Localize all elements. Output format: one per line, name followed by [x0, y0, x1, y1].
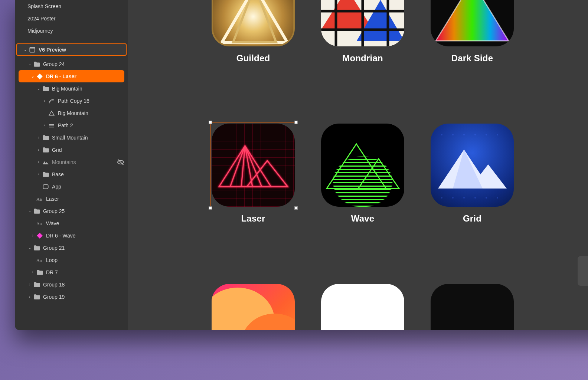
lines-icon	[48, 122, 55, 129]
sidebar-item-big-mountain[interactable]: › Big Mountain	[15, 107, 128, 119]
sidebar-item-small-mountain[interactable]: › Small Mountain	[15, 131, 128, 144]
svg-marker-5	[233, 0, 276, 42]
chevron-down-icon: ⌄	[23, 48, 27, 52]
diamond-icon	[36, 232, 43, 239]
sidebar-item-path-2[interactable]: › Path 2	[15, 119, 128, 131]
tile-caption: Dark Side	[431, 53, 514, 63]
selection-handle-se[interactable]	[294, 206, 298, 210]
sidebar-item-dr6-wave[interactable]: › DR 6 - Wave	[15, 229, 128, 242]
sidebar-item-path-copy-16[interactable]: › Path Copy 16	[15, 95, 128, 107]
chevron-right-icon: ›	[42, 99, 47, 103]
sidebar-item-group-24[interactable]: ⌄ Group 24	[15, 58, 128, 70]
artboard-dark-side[interactable]	[431, 0, 514, 46]
tile-white[interactable]	[321, 284, 404, 330]
edge-panel-button[interactable]	[578, 256, 588, 286]
sidebar-item-app[interactable]: › App	[15, 180, 128, 193]
tile-dark-side[interactable]: Dark Side	[431, 0, 514, 63]
svg-point-37	[486, 134, 487, 135]
sidebar-item-2024-poster[interactable]: 2024 Poster	[15, 12, 128, 24]
sidebar-item-mountains[interactable]: › Mountains	[15, 156, 128, 168]
app-window: Splash Screen 2024 Poster Midjourney ⌄ V…	[15, 0, 588, 330]
canvas[interactable]: Guilded Mondrian	[128, 0, 588, 330]
sidebar-item-group-25[interactable]: ⌄ Group 25	[15, 205, 128, 217]
svg-point-38	[497, 134, 498, 135]
sidebar-item-group-18[interactable]: › Group 18	[15, 278, 128, 291]
tile-wave[interactable]: Wave	[321, 124, 404, 224]
artboard-white[interactable]	[321, 284, 404, 330]
tile-black[interactable]	[431, 284, 514, 330]
chevron-right-icon: ›	[36, 135, 41, 140]
tile-caption: Laser	[212, 213, 295, 224]
sidebar-item-label: Mountains	[52, 159, 117, 165]
folder-icon	[33, 281, 40, 288]
chevron-down-icon: ⌄	[27, 209, 32, 213]
sidebar-item-label: Wave	[46, 220, 124, 226]
sidebar-item-label: DR 7	[46, 269, 124, 275]
tile-loop[interactable]	[212, 284, 295, 330]
sidebar-item-label: Group 18	[43, 282, 124, 288]
sidebar-item-laser-text[interactable]: › Laser	[15, 193, 128, 205]
selection-handle-ne[interactable]	[294, 121, 298, 124]
path-icon	[48, 98, 55, 104]
svg-point-41	[463, 197, 465, 199]
tile-caption: Wave	[321, 213, 404, 224]
chevron-down-icon: ⌄	[27, 246, 32, 250]
sidebar-item-label: Group 21	[43, 245, 124, 251]
artboard-mondrian[interactable]	[321, 0, 404, 46]
svg-marker-14	[436, 0, 509, 41]
svg-point-34	[452, 134, 454, 135]
sidebar-item-dr6-laser[interactable]: ⌄ DR 6 - Laser	[19, 70, 124, 82]
chevron-down-icon: ⌄	[27, 62, 32, 66]
sidebar-item-midjourney[interactable]: Midjourney	[15, 24, 128, 37]
tile-mondrian[interactable]: Mondrian	[321, 0, 404, 63]
sidebar-item-label: 2024 Poster	[27, 16, 124, 22]
diamond-icon	[36, 73, 43, 80]
folder-icon	[42, 85, 49, 92]
layers-sidebar[interactable]: Splash Screen 2024 Poster Midjourney ⌄ V…	[15, 0, 128, 330]
svg-point-33	[441, 134, 442, 135]
sidebar-item-wave-text[interactable]: › Wave	[15, 217, 128, 229]
chevron-right-icon: ›	[42, 123, 47, 127]
folder-icon	[33, 208, 40, 214]
sidebar-item-group-19[interactable]: › Group 19	[15, 291, 128, 303]
svg-marker-4	[222, 0, 287, 42]
chevron-right-icon: ›	[27, 282, 32, 286]
sidebar-item-label: Big Mountain	[52, 86, 124, 92]
svg-point-39	[441, 197, 442, 199]
folder-icon	[36, 269, 43, 276]
svg-point-36	[474, 134, 476, 135]
sidebar-item-group-21[interactable]: ⌄ Group 21	[15, 242, 128, 254]
sidebar-item-dr7[interactable]: › DR 7	[15, 266, 128, 278]
tile-grid[interactable]: Grid	[431, 124, 514, 224]
chevron-right-icon: ›	[36, 160, 41, 164]
chevron-right-icon: ›	[36, 148, 41, 152]
sidebar-item-label: Path 2	[58, 122, 124, 128]
sidebar-item-big-mountain-group[interactable]: ⌄ Big Mountain	[15, 82, 128, 95]
sidebar-item-label: Splash Screen	[27, 3, 124, 9]
tile-laser[interactable]: Laser	[212, 124, 295, 224]
sidebar-item-base[interactable]: › Base	[15, 168, 128, 180]
sidebar-item-loop-text[interactable]: › Loop	[15, 254, 128, 266]
tile-guilded[interactable]: Guilded	[212, 0, 295, 63]
artboard-loop[interactable]	[212, 284, 295, 330]
artboard-laser[interactable]	[212, 124, 295, 207]
artboard-guilded[interactable]	[212, 0, 295, 46]
artboard-icon	[29, 46, 36, 53]
artboard-black[interactable]	[431, 284, 514, 330]
svg-point-43	[486, 197, 487, 199]
artboard-grid[interactable]	[431, 124, 514, 207]
sidebar-item-splash-screen[interactable]: Splash Screen	[15, 0, 128, 12]
sidebar-item-label: DR 6 - Laser	[46, 73, 121, 79]
folder-icon	[42, 147, 49, 153]
visibility-hidden-icon[interactable]	[117, 158, 124, 166]
svg-point-35	[463, 134, 465, 135]
folder-icon	[33, 245, 40, 251]
sidebar-section-label: V6 Preview	[39, 47, 122, 53]
sidebar-item-grid[interactable]: › Grid	[15, 144, 128, 156]
sidebar-item-label: Grid	[52, 147, 124, 153]
sidebar-item-label: Small Mountain	[52, 135, 124, 141]
artboard-wave[interactable]	[321, 124, 404, 207]
text-icon	[36, 257, 43, 263]
sidebar-item-label: Path Copy 16	[58, 98, 124, 104]
sidebar-section-v6-preview[interactable]: ⌄ V6 Preview	[16, 43, 127, 56]
